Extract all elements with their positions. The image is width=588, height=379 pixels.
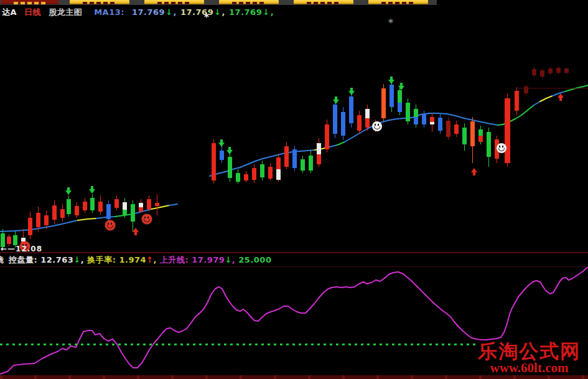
indicator-label-0: 控盘量: xyxy=(9,255,40,264)
main-candlestick-chart[interactable] xyxy=(0,5,588,252)
bottom-band xyxy=(0,375,588,379)
toolbar-button[interactable] xyxy=(1,0,58,4)
indicator-sep: , xyxy=(81,255,87,264)
toolbar-button[interactable] xyxy=(219,0,279,4)
indicator-value-0: 12.763 xyxy=(40,255,73,264)
watermark-url: www.60lt.com xyxy=(478,361,581,375)
indicator-arrow-2: ↓ xyxy=(225,255,231,264)
trading-app-window: 达A 日线 股龙主图 MA13: 17.769↓,17.769↓,17.769↓… xyxy=(0,0,588,379)
indicator-arrow-1: ↑ xyxy=(146,255,153,264)
indicator-values: 控盘量: 12.763↓, 换手率: 1.974↑, 上升线: 17.979↓,… xyxy=(9,255,271,266)
panel-separator-top xyxy=(0,252,588,253)
indicator-value-3: 25.000 xyxy=(238,255,271,264)
dotted-reference-line xyxy=(0,344,477,345)
indicator-label-1: 换手率: xyxy=(87,255,119,264)
indicator-arrow-0: ↓ xyxy=(73,255,80,264)
indicator-value-1: 1.974 xyxy=(119,255,147,264)
watermark: 乐淘公式网 www.60lt.com xyxy=(478,341,581,375)
indicator-sep: , xyxy=(232,255,238,264)
indicator-sep: , xyxy=(154,255,160,264)
indicator-panel-header: 镜 控盘量: 12.763↓, 换手率: 1.974↑, 上升线: 17.979… xyxy=(0,255,588,266)
toolbar-button[interactable] xyxy=(70,0,129,4)
indicator-prefix-char: 镜 xyxy=(0,255,4,266)
indicator-label-2: 上升线: xyxy=(160,255,192,264)
toolbar-button[interactable] xyxy=(368,0,428,4)
watermark-title: 乐淘公式网 xyxy=(478,341,581,361)
toolbar-button[interactable] xyxy=(294,0,353,4)
toolbar-button[interactable] xyxy=(144,0,204,4)
toolbar xyxy=(0,0,437,5)
indicator-value-2: 17.979 xyxy=(192,255,225,264)
